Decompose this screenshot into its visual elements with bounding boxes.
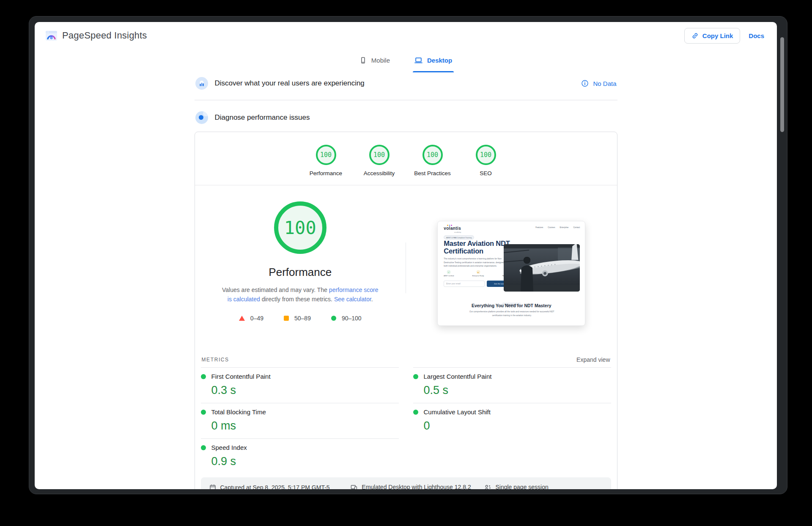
mobile-phone-icon (359, 57, 367, 64)
score-accessibility[interactable]: 100 Accessibility (354, 145, 405, 176)
score-circle: 100 (369, 145, 390, 165)
tab-mobile[interactable]: Mobile (359, 52, 390, 69)
run-environment-bar: Captured at Sep 8, 2025, 5:17 PM GMT-5 E… (201, 477, 611, 489)
real-users-title: Discover what your real users are experi… (215, 79, 365, 88)
device-tabs: Mobile Desktop (35, 49, 777, 69)
average-range-icon (284, 316, 289, 321)
session-icon (484, 484, 491, 489)
diagnose-title: Diagnose performance issues (215, 113, 310, 122)
score-performance[interactable]: 100 Performance (301, 145, 351, 176)
metric-value: 0 (424, 419, 611, 432)
thumb-description: The industry's most comprehensive e-lear… (444, 257, 510, 268)
emulated-device: Emulated Desktop with Lighthouse 12.8.2 (351, 484, 484, 489)
captured-at: Captured at Sep 8, 2025, 5:17 PM GMT-5 (209, 484, 351, 489)
score-seo[interactable]: 100 SEO (461, 145, 511, 176)
thumb-nav: FeaturesCoursesEnterpriseContact (535, 225, 580, 229)
score-disclaimer: Values are estimated and may vary. The p… (222, 286, 379, 304)
metric-cumulative-layout-shift: Cumulative Layout Shift 0 (413, 403, 611, 438)
desktop-laptop-icon (414, 57, 422, 64)
metric-total-blocking-time: Total Blocking Time 0 ms (201, 403, 399, 438)
info-icon (581, 80, 589, 87)
lighthouse-report-card: 100 Performance 100 Accessibility 100 Be… (195, 132, 617, 489)
performance-gauge-title: Performance (269, 266, 332, 279)
copy-link-button[interactable]: Copy Link (684, 28, 741, 44)
pass-dot-icon (413, 374, 418, 379)
thumb-section-heading: Everything You Need for NDT Mastery (438, 303, 585, 308)
page-content: PageSpeed Insights Copy Link Docs (35, 22, 777, 489)
pass-dot-icon (201, 410, 206, 415)
desktop-background: PageSpeed Insights Copy Link Docs (0, 0, 812, 526)
metric-value: 0.5 s (424, 384, 611, 397)
score-circle: 100 (476, 145, 496, 165)
pass-dot-icon (201, 374, 206, 379)
metrics-heading: METRICS (202, 357, 229, 363)
expand-view-button[interactable]: Expand view (576, 356, 610, 363)
app-window: PageSpeed Insights Copy Link Docs (29, 16, 787, 494)
docs-link[interactable]: Docs (743, 28, 769, 43)
real-users-section: Discover what your real users are experi… (195, 70, 617, 100)
pagespeed-logo-icon (46, 31, 57, 41)
tab-desktop-label: Desktop (427, 57, 452, 64)
session-type: Single page session (484, 484, 602, 489)
no-data-label: No Data (593, 80, 616, 87)
metric-value: 0 ms (211, 419, 399, 432)
calendar-icon (209, 484, 216, 489)
thumb-email-input (444, 281, 485, 287)
thumb-section-description: Our comprehensive platform provides all … (465, 310, 558, 318)
metric-largest-contentful-paint: Largest Contentful Paint 0.5 s (413, 367, 611, 403)
pass-range-icon (331, 316, 336, 321)
pass-dot-icon (201, 445, 206, 450)
fail-range-icon (239, 316, 245, 321)
tab-mobile-label: Mobile (371, 57, 390, 64)
thumb-badge: ASNT & FAA Compliant Training (444, 235, 474, 240)
diagnose-icon (195, 111, 208, 124)
pass-dot-icon (413, 410, 418, 415)
performance-gauge: 100 (274, 201, 326, 254)
metric-value: 0.3 s (211, 384, 399, 397)
page-title: PageSpeed Insights (62, 30, 147, 41)
thumb-features: ✓ASNT Certified ▲Enterprise Ready ▣FAA A… (444, 270, 510, 277)
scrollbar-thumb[interactable] (780, 37, 784, 132)
aircraft-hangar-photo (504, 244, 580, 292)
page-screenshot-thumbnail[interactable]: volantis academy FeaturesCoursesEnterpri… (437, 221, 585, 326)
metrics-section: METRICS Expand view First Contentful Pai… (195, 350, 617, 489)
metric-speed-index: Speed Index 0.9 s (201, 438, 399, 474)
see-calculator-link[interactable]: See calculator (334, 296, 371, 303)
tab-desktop[interactable]: Desktop (414, 52, 452, 69)
link-icon (691, 32, 699, 39)
real-users-icon (195, 77, 208, 90)
app-header: PageSpeed Insights Copy Link Docs (35, 22, 777, 49)
category-scores: 100 Performance 100 Accessibility 100 Be… (195, 132, 617, 185)
score-circle: 100 (316, 145, 336, 165)
emulated-desktop-icon (351, 484, 357, 489)
diagnose-section-header: Diagnose performance issues (195, 100, 617, 132)
metric-value: 0.9 s (211, 455, 399, 468)
thumb-heading: Master Aviation NDT Certification (444, 240, 513, 255)
metric-first-contentful-paint: First Contentful Paint 0.3 s (201, 367, 399, 403)
performance-summary: 100 Performance Values are estimated and… (195, 185, 617, 350)
score-legend: 0–49 50–89 90–100 (239, 315, 362, 322)
thumb-brand: volantis (444, 226, 461, 231)
no-data-link[interactable]: No Data (581, 80, 616, 87)
copy-link-label: Copy Link (702, 32, 733, 39)
score-best-practices[interactable]: 100 Best Practices (407, 145, 458, 176)
score-circle: 100 (422, 145, 443, 165)
